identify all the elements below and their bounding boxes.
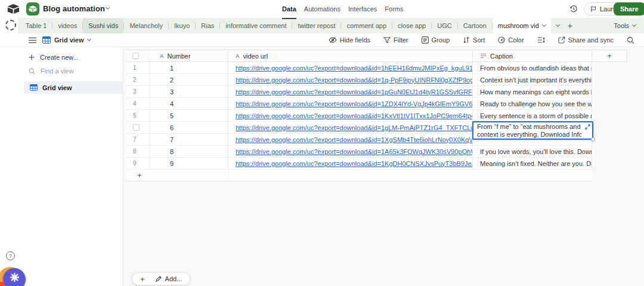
filter-button[interactable]: Filter — [383, 36, 408, 44]
cell-caption[interactable]: Context isn't just important it's everyt… — [473, 74, 592, 85]
tab-rias[interactable]: Rias — [196, 18, 219, 33]
video-url-link[interactable]: https://drive.google.com/uc?export=downl… — [236, 148, 472, 155]
base-title[interactable]: Blog automation — [43, 4, 105, 13]
row-handle-cell[interactable] — [126, 122, 149, 133]
cell-number[interactable]: 1 — [149, 62, 228, 73]
row-handle-cell[interactable]: 5 — [126, 110, 149, 121]
column-header-number[interactable]: A Number — [149, 50, 228, 61]
nav-forms[interactable]: Forms — [385, 5, 403, 13]
tab-melancholy[interactable]: Melancholy — [124, 18, 168, 33]
tab-close-app[interactable]: close app — [392, 18, 431, 33]
cell-video-url[interactable]: https://drive.google.com/uc?export=downl… — [228, 86, 473, 97]
tab-comment-app[interactable]: comment app — [341, 18, 392, 33]
video-url-link[interactable]: https://drive.google.com/uc?export=downl… — [236, 124, 472, 131]
cell-number[interactable]: 7 — [149, 134, 228, 145]
cell-number[interactable]: 5 — [149, 110, 228, 121]
row-handle-cell[interactable]: 9 — [126, 158, 149, 169]
tab-sushi-vids[interactable]: Sushi vids — [83, 18, 123, 33]
tab-twitter-repost[interactable]: twitter repost — [292, 18, 340, 33]
cell-video-url[interactable]: https://drive.google.com/uc?export=downl… — [228, 74, 473, 85]
cell-number[interactable]: 8 — [149, 146, 228, 157]
nav-interfaces[interactable]: Interfaces — [348, 5, 377, 13]
create-new-button[interactable]: Create new... — [29, 54, 79, 61]
tab-ugc[interactable]: UGC — [432, 18, 457, 33]
row-handle-cell[interactable]: 2 — [126, 74, 149, 85]
find-view-input[interactable] — [41, 67, 112, 75]
row-checkbox[interactable] — [133, 124, 140, 131]
share-and-sync-button[interactable]: Share and sync — [558, 36, 614, 44]
cell-video-url[interactable]: https://drive.google.com/uc?export=downl… — [228, 158, 473, 169]
add-field-button[interactable]: + — [592, 50, 627, 61]
video-url-link[interactable]: https://drive.google.com/uc?export=downl… — [236, 88, 472, 96]
view-sidebar-toggle-icon[interactable] — [29, 37, 36, 44]
share-button[interactable]: Share — [614, 2, 644, 16]
row-handle-cell[interactable]: 1 — [126, 62, 149, 73]
column-header-video-url[interactable]: A video url — [228, 50, 473, 61]
tab-chevron-down-icon — [542, 23, 546, 27]
add-record-button[interactable]: + — [140, 275, 145, 284]
row-handle-cell[interactable]: 4 — [126, 98, 149, 109]
help-button[interactable]: ? — [6, 251, 15, 260]
tab-mushroom-vid[interactable]: mushroom vid — [493, 18, 551, 33]
expand-record-icon[interactable] — [585, 124, 590, 130]
share-label: Share — [620, 5, 639, 13]
base-icon[interactable] — [26, 2, 39, 16]
view-switcher[interactable]: Grid view — [42, 33, 91, 47]
tab-informative-comment[interactable]: informative comment — [220, 18, 292, 33]
nav-automations[interactable]: Automations — [304, 5, 340, 13]
video-url-link[interactable]: https://drive.google.com/uc?export=downl… — [236, 160, 472, 167]
row-number: 9 — [133, 160, 137, 167]
add-row-button[interactable]: + — [126, 170, 592, 182]
cell-video-url[interactable]: https://drive.google.com/uc?export=downl… — [228, 110, 473, 121]
column-header-caption[interactable]: Caption — [473, 50, 592, 61]
search-button[interactable] — [627, 36, 634, 44]
cell-video-url[interactable]: https://drive.google.com/uc?export=downl… — [228, 98, 473, 109]
nav-data[interactable]: Data — [282, 5, 296, 13]
row-handle-cell[interactable]: 8 — [126, 146, 149, 157]
cell-caption[interactable]: Meaning isn't fixed. Neither are you. Do… — [473, 158, 592, 169]
cell-number[interactable]: 4 — [149, 98, 228, 109]
select-all-checkbox[interactable] — [132, 53, 139, 59]
row-handle-cell[interactable]: 3 — [126, 86, 149, 97]
add-with-ai-button[interactable]: Add... — [155, 275, 182, 282]
cell-number[interactable]: 2 — [149, 74, 228, 85]
row-height-button[interactable] — [537, 36, 545, 44]
tab-videos[interactable]: videos — [52, 18, 82, 33]
ai-assistant-button[interactable] — [3, 268, 26, 286]
sidebar-view-grid-view[interactable]: Grid view — [24, 81, 123, 94]
cell-caption[interactable]: Ready to challenge how you see the world… — [473, 98, 592, 109]
cell-video-url[interactable]: https://drive.google.com/uc?export=downl… — [228, 122, 473, 133]
cell-video-url[interactable]: https://drive.google.com/uc?export=downl… — [228, 62, 473, 73]
cell-caption[interactable]: How many meanings can eight words have? … — [473, 86, 592, 97]
video-url-link[interactable]: https://drive.google.com/uc?export=downl… — [236, 76, 472, 84]
cell-video-url[interactable]: https://drive.google.com/uc?export=downl… — [228, 134, 473, 145]
selected-caption-cell[interactable]: From “f me” to “eat mushrooms and die” c… — [472, 121, 593, 140]
cell-number[interactable]: 3 — [149, 86, 228, 97]
row-number: 4 — [133, 100, 137, 107]
tab-table-1[interactable]: Table 1 — [20, 18, 52, 33]
cell-number[interactable]: 9 — [149, 158, 228, 169]
sort-button[interactable]: Sort — [463, 36, 485, 44]
history-icon[interactable] — [569, 5, 578, 13]
tab-ikuyo[interactable]: Ikuyo — [169, 18, 195, 33]
hide-fields-button[interactable]: Hide fields — [329, 36, 370, 44]
tab-cartoon[interactable]: Cartoon — [458, 18, 492, 33]
find-view-search[interactable] — [29, 67, 112, 75]
cell-video-url[interactable]: https://drive.google.com/uc?export=downl… — [228, 146, 473, 157]
color-button[interactable]: Color — [498, 36, 524, 44]
tools-menu[interactable]: Tools — [614, 18, 636, 33]
fill-handle[interactable] — [591, 137, 595, 142]
cell-caption[interactable]: From obvious to outlandish ideas that ma… — [473, 62, 592, 73]
video-url-link[interactable]: https://drive.google.com/uc?export=downl… — [236, 136, 472, 143]
video-url-link[interactable]: https://drive.google.com/uc?export=downl… — [236, 100, 472, 107]
base-title-chevron-down-icon[interactable] — [106, 5, 110, 10]
table-list-chevron-down-icon[interactable] — [556, 25, 559, 26]
video-url-link[interactable]: https://drive.google.com/uc?export=downl… — [236, 64, 472, 72]
cell-caption[interactable]: If you love words, you'll love this. Dow… — [473, 146, 592, 157]
row-handle-cell[interactable]: 7 — [126, 134, 149, 145]
video-url-link[interactable]: https://drive.google.com/uc?export=downl… — [236, 112, 472, 119]
cell-number[interactable]: 6 — [149, 122, 228, 133]
group-button[interactable]: Group — [422, 36, 450, 44]
cell-caption[interactable]: Every sentence is a storm of possible me… — [473, 110, 592, 121]
add-table-button[interactable]: + — [568, 21, 572, 30]
